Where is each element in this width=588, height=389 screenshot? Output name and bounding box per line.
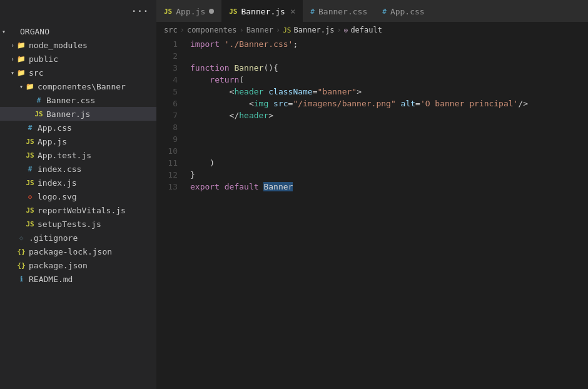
tree-item-node_modules[interactable]: 📁 node_modules bbox=[0, 38, 156, 52]
line-code[interactable]: export default Banner bbox=[188, 181, 588, 193]
line-number: 13 bbox=[156, 181, 188, 193]
sidebar-more-icon[interactable]: ··· bbox=[131, 6, 149, 16]
tree-item-setupTests[interactable]: JS setupTests.js bbox=[0, 217, 156, 231]
code-line: 2 bbox=[156, 50, 588, 62]
code-token: import bbox=[190, 39, 220, 49]
code-token: < bbox=[190, 87, 234, 96]
code-line: 9 bbox=[156, 133, 588, 145]
code-line: 4 return( bbox=[156, 74, 588, 86]
code-token: img bbox=[254, 99, 268, 108]
breadcrumb-sep1: › bbox=[180, 26, 185, 34]
file-label: src bbox=[29, 68, 43, 78]
code-token: ; bbox=[293, 39, 298, 49]
code-line: 3function Banner(){ bbox=[156, 62, 588, 74]
tree-item-index-js[interactable]: JS index.js bbox=[0, 176, 156, 189]
code-token: > bbox=[357, 87, 362, 96]
tree-item-src[interactable]: 📁 src bbox=[0, 66, 156, 79]
file-label: Banner.css bbox=[46, 96, 95, 105]
line-number: 6 bbox=[156, 98, 188, 109]
file-tree: ORGANO 📁 node_modules 📁 public 📁 src 📁 c… bbox=[0, 22, 156, 389]
line-code[interactable] bbox=[188, 121, 588, 133]
tree-item-index-css[interactable]: # index.css bbox=[0, 162, 156, 176]
breadcrumb-componentes[interactable]: componentes bbox=[187, 26, 236, 34]
tab-modified-dot bbox=[209, 9, 214, 14]
tab-close-icon[interactable]: × bbox=[290, 6, 295, 16]
line-code[interactable]: </header> bbox=[188, 109, 588, 121]
code-token: Banner bbox=[234, 63, 263, 73]
tab-file-icon: JS bbox=[164, 8, 172, 16]
file-label: ORGANO bbox=[20, 27, 49, 36]
file-icon: {} bbox=[16, 248, 26, 256]
line-code[interactable]: <img src="/imagens/banner.png" alt='O ba… bbox=[188, 98, 588, 109]
tree-item-gitignore[interactable]: ◇ .gitignore bbox=[0, 231, 156, 245]
tree-item-package-lock[interactable]: {} package-lock.json bbox=[0, 245, 156, 258]
file-label: node_modules bbox=[29, 41, 88, 50]
line-code[interactable]: import './Banner.css'; bbox=[188, 38, 588, 50]
tree-item-banner-js[interactable]: JS Banner.js bbox=[0, 107, 156, 121]
code-token: < bbox=[190, 99, 254, 108]
tree-item-public[interactable]: 📁 public bbox=[0, 52, 156, 66]
breadcrumb-banner[interactable]: Banner bbox=[246, 26, 273, 34]
breadcrumb: src › componentes › Banner › JS Banner.j… bbox=[156, 22, 588, 38]
main-area: JS App.js JS Banner.js × # Banner.css # … bbox=[156, 0, 588, 389]
line-code[interactable]: <header className="banner"> bbox=[188, 86, 588, 98]
line-code[interactable] bbox=[188, 133, 588, 145]
code-token bbox=[220, 182, 225, 191]
file-icon: ◇ bbox=[25, 193, 35, 201]
tab-banner-css[interactable]: # Banner.css bbox=[303, 0, 375, 22]
breadcrumb-filename[interactable]: Banner.js bbox=[293, 26, 334, 34]
tree-item-app-js[interactable]: JS App.js bbox=[0, 134, 156, 148]
code-line: 7 </header> bbox=[156, 109, 588, 121]
tree-item-componentes[interactable]: 📁 componentes\Banner bbox=[0, 79, 156, 93]
code-editor[interactable]: 1import './Banner.css';23function Banner… bbox=[156, 38, 588, 389]
file-icon: JS bbox=[25, 179, 35, 187]
sidebar-header: ··· bbox=[0, 0, 156, 22]
line-code[interactable] bbox=[188, 145, 588, 157]
code-line: 5 <header className="banner"> bbox=[156, 86, 588, 98]
file-label: App.css bbox=[38, 123, 72, 133]
tab-banner-js[interactable]: JS Banner.js × bbox=[221, 0, 303, 22]
file-label: logo.svg bbox=[38, 192, 77, 201]
code-token: header bbox=[234, 87, 263, 96]
code-token: 'O banner principal' bbox=[420, 99, 519, 108]
tab-label: Banner.js bbox=[241, 7, 285, 16]
file-label: public bbox=[29, 54, 58, 64]
line-code[interactable]: return( bbox=[188, 74, 588, 86]
line-number: 7 bbox=[156, 109, 188, 121]
line-code[interactable]: } bbox=[188, 169, 588, 181]
file-label: .gitignore bbox=[29, 233, 78, 243]
tree-item-reportWebVitals[interactable]: JS reportWebVitals.js bbox=[0, 203, 156, 217]
code-line: 13export default Banner bbox=[156, 181, 588, 193]
code-token: = bbox=[415, 99, 420, 108]
code-line: 8 bbox=[156, 121, 588, 133]
code-line: 10 bbox=[156, 145, 588, 157]
code-token: ) bbox=[190, 158, 215, 168]
breadcrumb-src[interactable]: src bbox=[164, 26, 178, 34]
file-label: reportWebVitals.js bbox=[38, 206, 126, 215]
code-line: 11 ) bbox=[156, 157, 588, 169]
code-token: Banner bbox=[263, 182, 293, 191]
tree-item-logo-svg[interactable]: ◇ logo.svg bbox=[0, 189, 156, 203]
file-label: index.css bbox=[38, 164, 81, 174]
line-code[interactable] bbox=[188, 50, 588, 62]
tree-item-organo[interactable]: ORGANO bbox=[0, 24, 156, 38]
tree-item-app-css[interactable]: # App.css bbox=[0, 121, 156, 134]
tab-app-js[interactable]: JS App.js bbox=[156, 0, 221, 22]
tree-item-banner-css[interactable]: # Banner.css bbox=[0, 93, 156, 107]
tree-item-readme[interactable]: ℹ README.md bbox=[0, 272, 156, 286]
line-number: 2 bbox=[156, 50, 188, 62]
file-icon: JS bbox=[25, 138, 35, 146]
code-token: "banner" bbox=[318, 87, 357, 96]
tab-app-css[interactable]: # App.css bbox=[375, 0, 432, 22]
line-code[interactable]: function Banner(){ bbox=[188, 62, 588, 74]
tab-file-icon: # bbox=[310, 8, 315, 16]
line-code[interactable]: ) bbox=[188, 157, 588, 169]
breadcrumb-symbol[interactable]: default bbox=[350, 26, 382, 34]
code-token: (){ bbox=[263, 63, 278, 73]
tree-item-app-test[interactable]: JS App.test.js bbox=[0, 148, 156, 162]
code-token bbox=[396, 99, 401, 108]
tree-item-package[interactable]: {} package.json bbox=[0, 258, 156, 272]
line-number: 12 bbox=[156, 169, 188, 181]
code-token: > bbox=[268, 111, 273, 120]
arrow-icon bbox=[18, 83, 25, 90]
